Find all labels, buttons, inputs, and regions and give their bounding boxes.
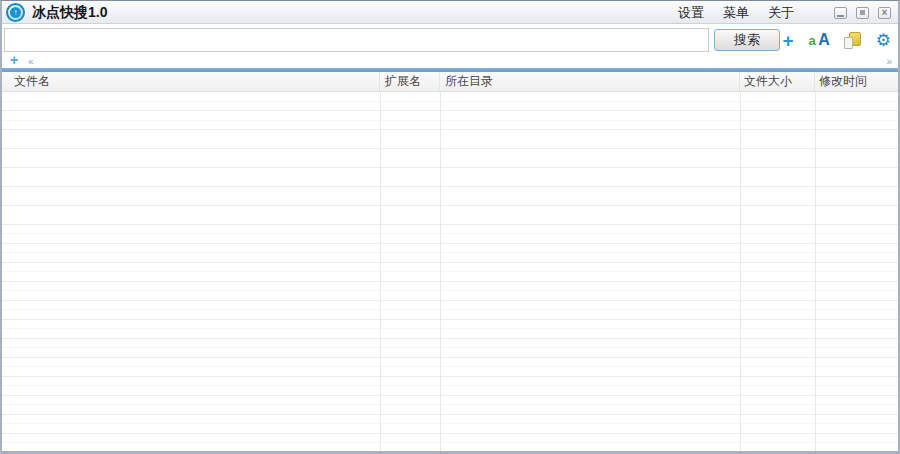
menu-item-about[interactable]: 关于: [768, 1, 794, 24]
menu-item-settings[interactable]: 设置: [678, 1, 704, 24]
close-button[interactable]: ×: [878, 7, 891, 19]
case-capital-letter: A: [818, 31, 829, 48]
window-controls: ×: [834, 7, 891, 19]
column-header-filename[interactable]: 文件名: [2, 72, 380, 91]
column-divider: [380, 92, 381, 451]
maximize-icon: [860, 10, 865, 15]
maximize-button[interactable]: [856, 7, 869, 19]
search-button[interactable]: 搜索: [714, 29, 780, 51]
add-tab-button[interactable]: +: [10, 54, 18, 66]
column-header-extension[interactable]: 扩展名: [380, 72, 440, 91]
scroll-tabs-left-button[interactable]: «: [28, 56, 34, 68]
search-bar: 搜索 + a A ⚙: [2, 24, 898, 56]
add-icon[interactable]: +: [782, 31, 793, 50]
app-logo-icon: ↑: [6, 3, 25, 22]
title-bar: ↑ 冰点快搜1.0 设置 菜单 关于 ×: [2, 1, 898, 24]
table-header: 文件名 扩展名 所在目录 文件大小 修改时间: [2, 72, 898, 92]
close-icon: ×: [882, 8, 888, 18]
menu-item-menu[interactable]: 菜单: [723, 1, 749, 24]
menu-bar: 设置 菜单 关于: [678, 1, 794, 24]
case-small-letter: a: [809, 33, 815, 48]
column-divider: [440, 92, 441, 451]
scroll-tabs-right-button[interactable]: »: [886, 56, 892, 68]
column-divider: [740, 92, 741, 451]
app-window: ↑ 冰点快搜1.0 设置 菜单 关于 × 搜索: [0, 0, 900, 454]
results-table-body[interactable]: [2, 92, 898, 451]
window-title: 冰点快搜1.0: [32, 1, 107, 24]
case-sensitive-icon[interactable]: a A: [809, 32, 829, 48]
column-header-directory[interactable]: 所在目录: [440, 72, 740, 91]
column-divider: [815, 92, 816, 451]
action-icon-group: + a A ⚙: [782, 24, 891, 56]
up-arrow-icon: ↑: [10, 7, 21, 18]
minimize-button[interactable]: [834, 7, 847, 19]
column-header-modified[interactable]: 修改时间: [815, 72, 898, 91]
search-input[interactable]: [4, 28, 709, 52]
minimize-icon: [837, 15, 844, 17]
gear-icon[interactable]: ⚙: [876, 32, 891, 49]
titlebar-right: 设置 菜单 关于 ×: [678, 1, 891, 24]
column-header-filesize[interactable]: 文件大小: [740, 72, 815, 91]
tab-bar: + « »: [2, 56, 898, 68]
notebook-icon[interactable]: [844, 32, 861, 49]
notebook-front-sheet: [844, 37, 853, 49]
